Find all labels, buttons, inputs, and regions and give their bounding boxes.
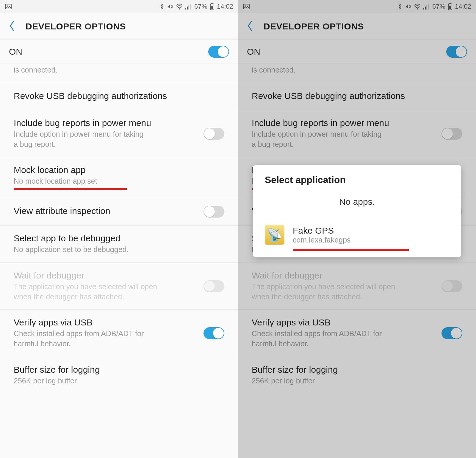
battery-icon bbox=[210, 3, 214, 10]
verifyusb-sub: Check installed apps from ADB/ADT for ha… bbox=[14, 329, 198, 349]
master-toggle[interactable] bbox=[208, 46, 229, 58]
mute-icon bbox=[167, 3, 173, 10]
verifyusb-toggle[interactable] bbox=[203, 327, 224, 339]
buffer-title: Buffer size for logging bbox=[252, 365, 462, 375]
selectdbg-sub: No application set to be debugged. bbox=[14, 245, 224, 255]
connected-sub: is connected. bbox=[252, 65, 462, 75]
battery-percent: 67% bbox=[194, 3, 207, 10]
bugreport-title: Include bug reports in power menu bbox=[14, 118, 198, 128]
clock: 14:02 bbox=[217, 3, 233, 10]
svg-rect-8 bbox=[211, 3, 213, 4]
item-bug-reports[interactable]: Include bug reports in power menu Includ… bbox=[238, 110, 476, 158]
page-title: DEVELOPER OPTIONS bbox=[26, 21, 126, 32]
status-bar: 67% 14:02 bbox=[238, 0, 476, 13]
mock-sub: No mock location app set bbox=[14, 176, 224, 186]
mock-highlight bbox=[14, 188, 127, 190]
verifyusb-toggle[interactable] bbox=[441, 327, 462, 339]
item-mock-location[interactable]: Mock location app No mock location app s… bbox=[0, 157, 238, 198]
svg-rect-13 bbox=[423, 8, 424, 10]
svg-rect-14 bbox=[425, 7, 426, 10]
item-connected-tail[interactable]: is connected. bbox=[238, 64, 476, 83]
waitdbg-toggle bbox=[441, 280, 462, 292]
back-icon[interactable] bbox=[9, 21, 15, 32]
waitdbg-toggle bbox=[203, 280, 224, 292]
connected-sub: is connected. bbox=[14, 65, 224, 75]
clock: 14:02 bbox=[455, 3, 471, 10]
svg-rect-3 bbox=[185, 8, 186, 10]
screen-right: 67% 14:02 DEVELOPER OPTIONS ON is connec… bbox=[238, 0, 476, 458]
item-verify-usb[interactable]: Verify apps via USB Check installed apps… bbox=[238, 310, 476, 357]
svg-rect-19 bbox=[449, 6, 451, 9]
wifi-icon bbox=[176, 4, 183, 10]
svg-rect-18 bbox=[449, 3, 451, 4]
bluetooth-icon bbox=[398, 3, 403, 10]
master-toggle[interactable] bbox=[446, 46, 467, 58]
master-toggle-label: ON bbox=[247, 47, 260, 57]
item-buffer-size[interactable]: Buffer size for logging 256K per log buf… bbox=[238, 357, 476, 394]
waitdbg-title: Wait for debugger bbox=[252, 270, 436, 281]
bugreport-title: Include bug reports in power menu bbox=[252, 118, 436, 128]
viewattr-toggle[interactable] bbox=[203, 206, 224, 218]
mute-icon bbox=[405, 3, 411, 10]
page-header: DEVELOPER OPTIONS bbox=[0, 13, 238, 40]
back-icon[interactable] bbox=[247, 21, 253, 32]
bugreport-toggle[interactable] bbox=[203, 128, 224, 140]
item-select-debug-app[interactable]: Select app to be debugged No application… bbox=[0, 226, 238, 263]
fake-gps-icon: 📡 bbox=[265, 225, 284, 245]
verifyusb-title: Verify apps via USB bbox=[252, 317, 436, 328]
svg-point-11 bbox=[245, 5, 246, 7]
bluetooth-icon bbox=[160, 3, 165, 10]
svg-point-12 bbox=[417, 8, 418, 10]
selectdbg-title: Select app to be debugged bbox=[14, 233, 224, 243]
master-toggle-label: ON bbox=[9, 47, 22, 57]
dialog-title: Select application bbox=[253, 174, 461, 193]
verifyusb-title: Verify apps via USB bbox=[14, 317, 198, 328]
dialog-no-apps[interactable]: No apps. bbox=[253, 193, 461, 217]
page-title: DEVELOPER OPTIONS bbox=[264, 21, 364, 32]
svg-rect-4 bbox=[187, 7, 188, 10]
svg-point-1 bbox=[7, 5, 8, 7]
item-bug-reports[interactable]: Include bug reports in power menu Includ… bbox=[0, 110, 238, 158]
bugreport-sub: Include option in power menu for taking … bbox=[14, 129, 198, 149]
master-toggle-row[interactable]: ON bbox=[0, 40, 238, 64]
item-revoke-usb[interactable]: Revoke USB debugging authorizations bbox=[0, 83, 238, 110]
svg-rect-15 bbox=[426, 5, 427, 10]
item-buffer-size[interactable]: Buffer size for logging 256K per log buf… bbox=[0, 357, 238, 394]
viewattr-title: View attribute inspection bbox=[14, 206, 198, 216]
dialog-app-highlight bbox=[293, 249, 409, 251]
dialog-app-name: Fake GPS bbox=[293, 226, 351, 236]
revoke-title: Revoke USB debugging authorizations bbox=[14, 91, 224, 101]
status-bar: 67% 14:02 bbox=[0, 0, 238, 13]
picture-icon bbox=[243, 3, 250, 10]
wifi-icon bbox=[414, 4, 421, 10]
item-connected-tail[interactable]: is connected. bbox=[0, 64, 238, 83]
item-verify-usb[interactable]: Verify apps via USB Check installed apps… bbox=[0, 310, 238, 357]
dialog-app-package: com.lexa.fakegps bbox=[293, 236, 351, 244]
battery-percent: 67% bbox=[432, 3, 445, 10]
buffer-sub: 256K per log buffer bbox=[252, 376, 462, 386]
svg-rect-6 bbox=[190, 4, 191, 10]
bugreport-toggle[interactable] bbox=[441, 128, 462, 140]
select-application-dialog[interactable]: Select application No apps. 📡 Fake GPS c… bbox=[253, 165, 461, 257]
bugreport-sub: Include option in power menu for taking … bbox=[252, 129, 436, 149]
settings-list: is connected. Revoke USB debugging autho… bbox=[0, 64, 238, 458]
verifyusb-sub: Check installed apps from ADB/ADT for ha… bbox=[252, 329, 436, 349]
signal-icon bbox=[185, 4, 192, 10]
item-wait-debugger: Wait for debugger The application you ha… bbox=[0, 263, 238, 310]
signal-icon bbox=[423, 4, 430, 10]
revoke-title: Revoke USB debugging authorizations bbox=[252, 91, 462, 101]
buffer-sub: 256K per log buffer bbox=[14, 376, 224, 386]
mock-title: Mock location app bbox=[14, 165, 224, 175]
buffer-title: Buffer size for logging bbox=[14, 365, 224, 375]
item-revoke-usb[interactable]: Revoke USB debugging authorizations bbox=[238, 83, 476, 110]
waitdbg-sub: The application you have selected will o… bbox=[252, 282, 436, 302]
item-view-attribute[interactable]: View attribute inspection bbox=[0, 198, 238, 226]
master-toggle-row[interactable]: ON bbox=[238, 40, 476, 64]
picture-icon bbox=[5, 3, 12, 10]
waitdbg-title: Wait for debugger bbox=[14, 270, 198, 281]
page-header: DEVELOPER OPTIONS bbox=[238, 13, 476, 40]
dialog-app-row[interactable]: 📡 Fake GPS com.lexa.fakegps bbox=[253, 217, 461, 247]
battery-icon bbox=[448, 3, 452, 10]
settings-list: is connected. Revoke USB debugging autho… bbox=[238, 64, 476, 458]
svg-rect-16 bbox=[428, 4, 429, 10]
